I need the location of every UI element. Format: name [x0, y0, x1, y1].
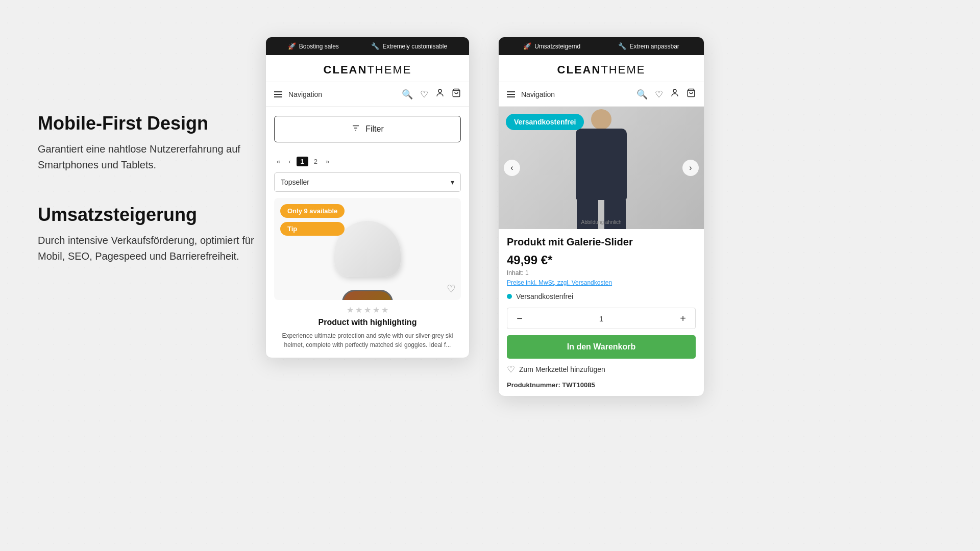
right-search-icon[interactable]: 🔍 — [636, 89, 648, 100]
detail-content: Produkt mit Galerie-Slider 49,99 €* Inha… — [499, 229, 704, 396]
wishlist-icon[interactable]: ♡ — [420, 89, 428, 100]
availability-badge: Only 9 available — [280, 204, 345, 218]
right-tool-icon: 🔧 — [618, 42, 626, 50]
left-nav-label: Navigation — [288, 90, 398, 98]
right-banner-item-1: 🚀 Umsatzsteigernd — [523, 42, 580, 50]
left-nav-bar[interactable]: Navigation 🔍 ♡ — [266, 82, 469, 107]
shipping-row: Versandkostenfrei — [507, 292, 696, 300]
feature2-title: Umsatzsteigerung — [38, 204, 283, 226]
wishlist-row[interactable]: ♡ Zum Merkzettel hinzufügen — [507, 364, 696, 375]
quantity-minus-btn[interactable]: − — [507, 308, 532, 329]
product-card: Only 9 available Tip ♡ ★ ★ ★ ★ ★ Product… — [274, 198, 461, 349]
right-banner-text-1: Umsatzsteigernd — [534, 43, 580, 50]
right-shop-header: CLEANTHEME — [499, 55, 704, 82]
feature1-title: Mobile-First Design — [38, 112, 283, 134]
gallery-badge-area: Versandkostenfrei — [506, 114, 584, 130]
product-title: Product with highlighting — [274, 318, 461, 327]
search-icon[interactable]: 🔍 — [402, 89, 413, 100]
shipping-dot — [507, 294, 512, 299]
sort-label: Topseller — [281, 178, 309, 186]
cart-icon[interactable] — [452, 88, 461, 100]
right-account-icon[interactable] — [670, 88, 679, 100]
feature1-desc: Garantiert eine nahtlose Nutzererfahrung… — [38, 141, 283, 173]
page-first-btn[interactable]: « — [274, 157, 283, 166]
gallery-caption: Abbildung ähnlich — [581, 219, 622, 225]
left-nav-icons: 🔍 ♡ — [402, 88, 461, 100]
tool-icon: 🔧 — [371, 42, 379, 50]
pagination: « ‹ 1 2 » — [266, 152, 469, 169]
page-1-btn[interactable]: 1 — [297, 157, 308, 166]
gallery-prev-btn[interactable]: ‹ — [504, 160, 520, 176]
banner-item-2: 🔧 Extremely customisable — [371, 42, 447, 50]
filter-icon — [351, 123, 360, 135]
product-badges: Only 9 available Tip — [280, 204, 345, 236]
rocket-icon: 🚀 — [288, 42, 296, 50]
product-price: 49,99 €* — [507, 253, 696, 267]
filter-label: Filter — [365, 124, 384, 134]
banner-text-1: Boosting sales — [299, 43, 339, 50]
product-number-value: TWT10085 — [562, 381, 595, 389]
right-phone-mockup: 🚀 Umsatzsteigernd 🔧 Extrem anpassbar CLE… — [498, 37, 704, 396]
star-2: ★ — [355, 305, 362, 315]
right-wishlist-icon[interactable]: ♡ — [655, 89, 663, 100]
star-1: ★ — [347, 305, 354, 315]
chevron-down-icon: ▾ — [451, 178, 454, 186]
quantity-value: 1 — [532, 314, 671, 323]
product-inhalt: Inhalt: 1 — [507, 269, 696, 277]
svg-point-5 — [673, 89, 676, 92]
svg-point-0 — [438, 89, 442, 92]
product-wishlist-btn[interactable]: ♡ — [447, 283, 456, 295]
quantity-row: − 1 + — [507, 308, 696, 329]
add-to-cart-button[interactable]: In den Warenkorb — [507, 335, 696, 359]
right-banner-item-2: 🔧 Extrem anpassbar — [618, 42, 679, 50]
page-next-btn[interactable]: » — [323, 157, 332, 166]
price-note-link[interactable]: Preise inkl. MwSt, zzgl. Versandkosten — [507, 279, 612, 286]
product-description: Experience ultimate protection and style… — [274, 331, 461, 349]
right-nav-bar[interactable]: Navigation 🔍 ♡ — [499, 82, 704, 107]
sort-dropdown[interactable]: Topseller ▾ — [274, 172, 461, 192]
product-number-label: Produktnummer: — [507, 381, 560, 389]
product-gallery: Versandkostenfrei Abbildung ähnlich ‹ › — [499, 107, 704, 229]
right-nav-label: Navigation — [521, 90, 632, 98]
page-2-btn[interactable]: 2 — [311, 157, 320, 166]
feature-mobile-first: Mobile-First Design Garantiert eine naht… — [38, 112, 283, 173]
wishlist-link-text: Zum Merkzettel hinzufügen — [519, 365, 605, 373]
feature-umsatzsteigerung: Umsatzsteigerung Durch intensive Verkauf… — [38, 204, 283, 264]
logo-part2: THEME — [367, 63, 411, 76]
right-hamburger-icon[interactable] — [507, 91, 515, 97]
right-nav-icons: 🔍 ♡ — [636, 88, 696, 100]
right-shop-logo: CLEANTHEME — [507, 63, 696, 77]
wishlist-heart-icon: ♡ — [507, 364, 515, 375]
right-rocket-icon: 🚀 — [523, 42, 531, 50]
star-3: ★ — [364, 305, 371, 315]
left-content-section: Mobile-First Design Garantiert eine naht… — [38, 112, 283, 295]
right-banner-text-2: Extrem anpassbar — [629, 43, 679, 50]
left-shop-logo: CLEANTHEME — [274, 63, 461, 77]
goggles-shape — [342, 290, 393, 300]
star-5: ★ — [381, 305, 388, 315]
account-icon[interactable] — [435, 88, 445, 100]
banner-item-1: 🚀 Boosting sales — [288, 42, 339, 50]
shipping-label: Versandkostenfrei — [516, 292, 573, 300]
logo-part1: CLEAN — [324, 63, 368, 76]
quantity-plus-btn[interactable]: + — [671, 308, 695, 329]
right-cart-icon[interactable] — [687, 88, 696, 100]
star-4: ★ — [373, 305, 380, 315]
left-top-banner: 🚀 Boosting sales 🔧 Extremely customisabl… — [266, 37, 469, 55]
product-stars: ★ ★ ★ ★ ★ — [274, 305, 461, 315]
left-shop-header: CLEANTHEME — [266, 55, 469, 82]
page-prev-btn[interactable]: ‹ — [286, 157, 293, 166]
right-top-banner: 🚀 Umsatzsteigernd 🔧 Extrem anpassbar — [499, 37, 704, 55]
product-number-row: Produktnummer: TWT10085 — [507, 381, 696, 389]
hamburger-icon[interactable] — [274, 91, 282, 97]
left-phone-mockup: 🚀 Boosting sales 🔧 Extremely customisabl… — [265, 37, 470, 358]
right-logo-part1: CLEAN — [557, 63, 601, 76]
right-logo-part2: THEME — [601, 63, 645, 76]
product-detail: Versandkostenfrei Abbildung ähnlich ‹ › … — [499, 107, 704, 396]
detail-product-title: Produkt mit Galerie-Slider — [507, 236, 696, 248]
filter-bar[interactable]: Filter — [274, 116, 461, 142]
free-shipping-badge: Versandkostenfrei — [506, 114, 584, 130]
banner-text-2: Extremely customisable — [382, 43, 447, 50]
gallery-next-btn[interactable]: › — [682, 160, 699, 176]
tip-badge: Tip — [280, 222, 345, 236]
